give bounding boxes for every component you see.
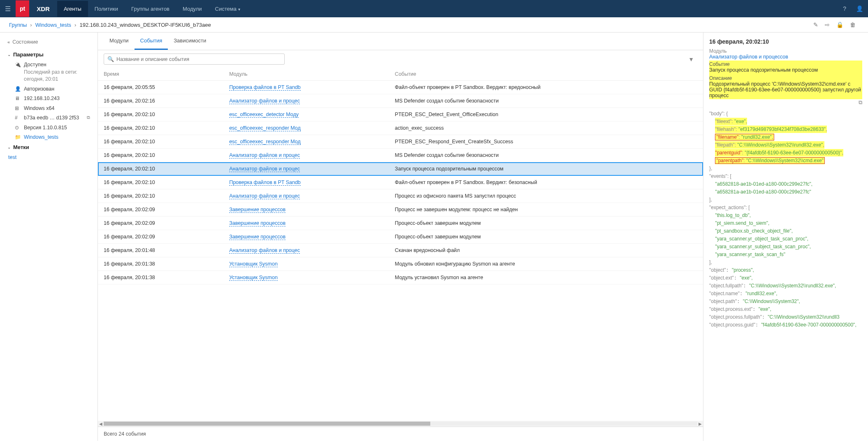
user-icon[interactable]: 👤 (851, 5, 868, 12)
breadcrumb-groups[interactable]: Группы (9, 22, 27, 28)
edit-icon[interactable]: ✎ (810, 21, 822, 28)
hash-icon: # (15, 114, 21, 121)
filter-icon[interactable]: ▼ (685, 56, 697, 63)
sidebar: «Состояние ⌄Параметры 🔌ДоступенПоследний… (0, 33, 98, 441)
col-module[interactable]: Модуль (223, 68, 389, 81)
cell-module-link[interactable]: Проверка файлов в PT Sandb (229, 180, 301, 186)
detail-panel: 16 февраля, 20:02:10 Модуль Анализатор ф… (703, 33, 868, 441)
menu-icon[interactable]: ☰ (0, 5, 16, 13)
table-row[interactable]: 16 февраля, 20:02:09Завершение процессов… (98, 203, 703, 217)
tabs: Модули События Зависимости (98, 33, 703, 50)
breadcrumb-windows-tests[interactable]: Windows_tests (35, 22, 71, 28)
detail-event-label: Событие (709, 61, 862, 67)
table-row[interactable]: 16 февраля, 20:01:38Установщик SysmonМод… (98, 271, 703, 284)
cell-module-link[interactable]: Анализатор файлов и процес (229, 98, 300, 104)
auth-icon: 👤 (15, 86, 21, 93)
cell-module-link[interactable]: esc_officeexec_responder Мод (229, 125, 301, 131)
cell-time: 16 февраля, 20:02:16 (98, 94, 223, 108)
col-event[interactable]: Событие (389, 68, 703, 81)
last-seen: Последний раз в сети: сегодня, 20:01 (24, 69, 77, 82)
nav-agent-groups[interactable]: Группы агентов (125, 1, 176, 17)
cell-event: Файл-объект проверен в PT Sandbox. Верди… (389, 81, 703, 94)
table-row[interactable]: 16 февраля, 20:02:10esc_officeexec_respo… (98, 135, 703, 149)
cell-module-link[interactable]: esc_officeexec_detector Моду (229, 112, 299, 118)
search-icon: 🔍 (107, 56, 114, 62)
agent-os: Windows x64 (24, 105, 90, 112)
cell-time: 16 февраля, 20:01:38 (98, 257, 223, 271)
cell-module-link[interactable]: Анализатор файлов и процес (229, 193, 300, 199)
status-authorized: Авторизован (24, 86, 90, 93)
tab-deps[interactable]: Зависимости (168, 33, 212, 50)
cell-time: 16 февраля, 20:02:10 (98, 149, 223, 162)
table-row[interactable]: 16 февраля, 20:02:10esc_officeexec_detec… (98, 108, 703, 121)
table-row[interactable]: 16 февраля, 20:01:48Анализатор файлов и … (98, 244, 703, 257)
table-row[interactable]: 16 февраля, 20:05:55Проверка файлов в PT… (98, 81, 703, 94)
cell-module-link[interactable]: Анализатор файлов и процес (229, 247, 300, 254)
cell-module-link[interactable]: Завершение процессов (229, 234, 285, 240)
sidebar-state[interactable]: «Состояние (0, 37, 97, 50)
cell-module-link[interactable]: Завершение процессов (229, 207, 285, 213)
lock-icon[interactable]: 🔒 (833, 21, 847, 28)
status-available: Доступен (24, 62, 46, 68)
tab-events[interactable]: События (135, 33, 168, 50)
cell-event: Процесс-объект завершен модулем (389, 217, 703, 230)
folder-icon: 📁 (15, 134, 21, 141)
table-row[interactable]: 16 февраля, 20:02:09Завершение процессов… (98, 217, 703, 230)
horizontal-scrollbar[interactable]: ◀▶ (98, 421, 703, 427)
search-box[interactable]: 🔍 (104, 54, 285, 65)
cell-event: Запуск процесса подозрительным процессом (389, 162, 703, 176)
table-row[interactable]: 16 февраля, 20:01:38Установщик SysmonМод… (98, 257, 703, 271)
cell-time: 16 февраля, 20:02:10 (98, 162, 223, 176)
table-row[interactable]: 16 февраля, 20:02:10Проверка файлов в PT… (98, 176, 703, 189)
cell-event: action_exec_success (389, 121, 703, 135)
nav-policies[interactable]: Политики (88, 1, 125, 17)
events-table: Время Модуль Событие 16 февраля, 20:05:5… (98, 68, 703, 284)
sidebar-group-link[interactable]: Windows_tests (24, 134, 90, 141)
cell-time: 16 февраля, 20:02:10 (98, 135, 223, 149)
cell-module-link[interactable]: Завершение процессов (229, 220, 285, 226)
windows-icon: ⊞ (15, 105, 21, 112)
product-name: XDR (29, 5, 57, 12)
move-icon[interactable]: ⇨ (822, 21, 833, 28)
cell-module-link[interactable]: Установщик Sysmon (229, 261, 278, 267)
copy-guid-icon[interactable]: ⧉ (87, 114, 90, 121)
main-panel: Модули События Зависимости 🔍 ▼ Время Мод… (98, 33, 703, 441)
nav-system[interactable]: Система▾ (209, 1, 247, 17)
detail-desc-value: Подозрительный процесс 'C:\Windows\Syste… (709, 81, 862, 98)
table-row[interactable]: 16 февраля, 20:02:10Анализатор файлов и … (98, 162, 703, 176)
nav-agents[interactable]: Агенты (57, 1, 88, 17)
tag-test[interactable]: test (8, 154, 90, 161)
logo: pt (16, 0, 29, 17)
cell-time: 16 февраля, 20:02:09 (98, 203, 223, 217)
table-row[interactable]: 16 февраля, 20:02:10esc_officeexec_respo… (98, 121, 703, 135)
nav-modules[interactable]: Модули (176, 1, 209, 17)
version-icon: ⊙ (15, 124, 21, 131)
agent-ip: 192.168.10.243 (24, 95, 90, 103)
detail-module-link[interactable]: Анализатор файлов и процессов (709, 54, 862, 60)
tab-modules[interactable]: Модули (104, 33, 135, 50)
table-row[interactable]: 16 февраля, 20:02:16Анализатор файлов и … (98, 94, 703, 108)
cell-module-link[interactable]: Анализатор файлов и процес (229, 166, 300, 172)
cell-module-link[interactable]: Проверка файлов в PT Sandb (229, 84, 301, 91)
col-time[interactable]: Время (98, 68, 223, 81)
cell-time: 16 февраля, 20:01:48 (98, 244, 223, 257)
cell-event: Модуль обновил конфигурацию Sysmon на аг… (389, 257, 703, 271)
cell-time: 16 февраля, 20:02:09 (98, 217, 223, 230)
cell-module-link[interactable]: esc_officeexec_responder Мод (229, 139, 301, 145)
cell-time: 16 февраля, 20:02:10 (98, 121, 223, 135)
breadcrumb-current: 192.168.10.243_windows_DESKTOP-IF5KUI6_b… (79, 22, 211, 28)
table-row[interactable]: 16 февраля, 20:02:09Завершение процессов… (98, 230, 703, 244)
cell-module-link[interactable]: Установщик Sysmon (229, 275, 278, 281)
table-row[interactable]: 16 февраля, 20:02:10Анализатор файлов и … (98, 189, 703, 203)
cell-event: Файл-объект проверен в PT Sandbox. Верди… (389, 176, 703, 189)
cell-event: Процесс не завершен модулем: процесс не … (389, 203, 703, 217)
help-icon[interactable]: ? (838, 5, 851, 12)
search-input[interactable] (116, 56, 281, 62)
cell-event: Процесс из офисного пакета MS запустил п… (389, 189, 703, 203)
sidebar-tags-section[interactable]: ⌄Метки (0, 142, 97, 153)
table-row[interactable]: 16 февраля, 20:02:10Анализатор файлов и … (98, 149, 703, 162)
delete-icon[interactable]: 🗑 (847, 21, 859, 28)
copy-detail-icon[interactable]: ⧉ (859, 99, 862, 106)
sidebar-params-section[interactable]: ⌄Параметры (0, 50, 97, 60)
cell-module-link[interactable]: Анализатор файлов и процес (229, 152, 300, 159)
